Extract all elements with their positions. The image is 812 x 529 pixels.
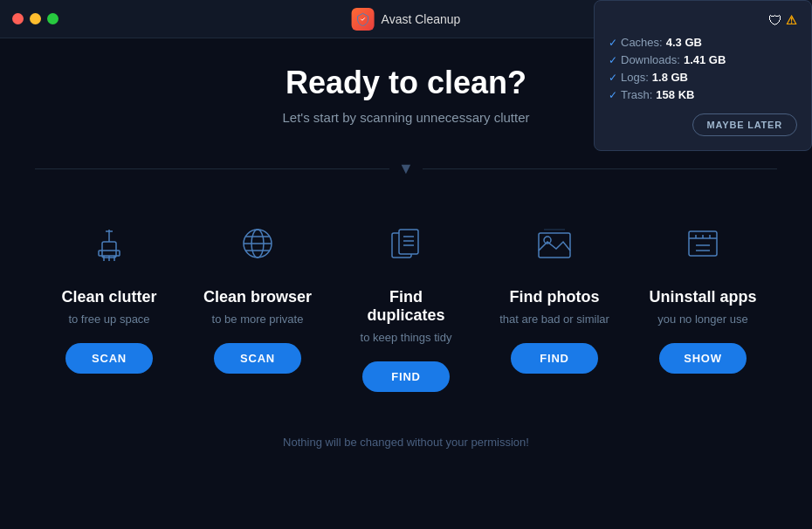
check-icon: ✓ (609, 89, 617, 101)
app-title: Avast Cleanup (382, 12, 461, 26)
warning-icon: ⚠ (786, 13, 797, 29)
uninstall-apps-button[interactable]: SHOW (659, 343, 747, 374)
find-duplicates-subtitle: to keep things tidy (361, 330, 452, 346)
features-row: Clean clutter to free up space SCAN Clea… (35, 204, 777, 401)
clean-browser-icon (227, 213, 288, 274)
clean-browser-title: Clean browser (203, 288, 312, 306)
check-icon: ✓ (609, 37, 617, 49)
svg-rect-13 (399, 230, 418, 254)
stat-caches: ✓ Caches: 4.3 GB (609, 36, 797, 49)
feature-find-duplicates: Find duplicates to keep things tidy FIND (332, 204, 480, 401)
maybe-later-button[interactable]: MAYBE LATER (692, 113, 797, 136)
clean-clutter-button[interactable]: SCAN (65, 343, 153, 374)
clean-browser-button[interactable]: SCAN (214, 343, 301, 374)
chevron-down-icon: ▼ (389, 160, 423, 178)
notification-header: 🛡 ⚠ (609, 13, 797, 29)
find-photos-subtitle: that are bad or similar (499, 312, 609, 327)
stat-downloads: ✓ Downloads: 1.41 GB (609, 53, 797, 66)
footer-text: Nothing will be changed without your per… (35, 436, 777, 449)
clean-clutter-icon (79, 213, 140, 274)
divider-section: ▼ (35, 160, 777, 178)
minimize-button[interactable] (30, 13, 41, 24)
find-duplicates-icon (375, 213, 437, 274)
check-icon: ✓ (609, 72, 617, 84)
find-duplicates-button[interactable]: FIND (362, 361, 450, 392)
uninstall-apps-subtitle: you no longer use (657, 312, 747, 327)
app-icon (352, 8, 375, 31)
feature-clean-browser: Clean browser to be more private SCAN (183, 204, 332, 401)
feature-find-photos: Find photos that are bad or similar FIND (480, 204, 629, 401)
feature-uninstall-apps: Uninstall apps you no longer use SHOW (629, 204, 777, 401)
feature-clean-clutter: Clean clutter to free up space SCAN (35, 204, 183, 401)
notification-icons: 🛡 ⚠ (768, 13, 797, 29)
clean-browser-subtitle: to be more private (212, 312, 304, 327)
traffic-lights (12, 13, 58, 24)
close-button[interactable] (12, 13, 24, 24)
uninstall-apps-title: Uninstall apps (649, 288, 756, 306)
notification-popup: 🛡 ⚠ ✓ Caches: 4.3 GB ✓ Downloads: 1.41 G… (594, 0, 812, 151)
find-photos-icon (524, 213, 585, 274)
titlebar-center: Avast Cleanup (352, 8, 461, 31)
stat-logs: ✓ Logs: 1.8 GB (609, 71, 797, 84)
check-icon: ✓ (609, 54, 617, 66)
find-photos-button[interactable]: FIND (511, 343, 598, 374)
clean-clutter-subtitle: to free up space (68, 312, 149, 327)
uninstall-apps-icon (672, 213, 733, 274)
stat-trash: ✓ Trash: 158 KB (609, 88, 797, 101)
find-photos-title: Find photos (510, 288, 600, 306)
shield-icon: 🛡 (768, 13, 782, 29)
find-duplicates-title: Find duplicates (349, 288, 463, 325)
maximize-button[interactable] (47, 13, 58, 24)
clean-clutter-title: Clean clutter (61, 288, 156, 306)
